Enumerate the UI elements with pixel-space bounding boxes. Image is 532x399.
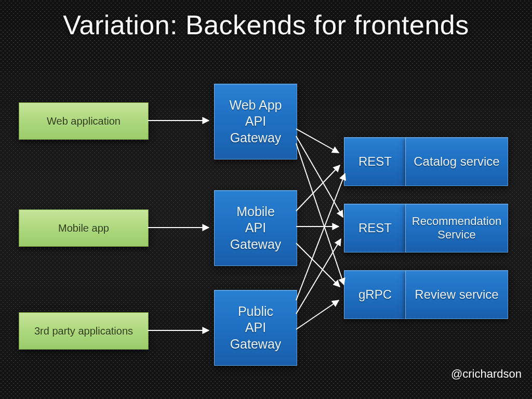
client-third-party-label: 3rd party applications bbox=[34, 325, 133, 337]
service-recommendation-protocol-label: REST bbox=[358, 221, 392, 235]
service-recommendation: Recommendation Service bbox=[405, 204, 508, 252]
client-mobile-label: Mobile app bbox=[58, 222, 109, 234]
slide-title: Variation: Backends for frontends bbox=[0, 9, 532, 41]
service-review: Review service bbox=[405, 270, 508, 319]
client-web: Web application bbox=[19, 102, 149, 140]
service-catalog: Catalog service bbox=[405, 137, 508, 186]
service-catalog-protocol: REST bbox=[344, 137, 406, 186]
gateway-public-label: Public API Gateway bbox=[230, 303, 282, 352]
svg-line-4 bbox=[296, 136, 343, 217]
client-web-label: Web application bbox=[47, 115, 121, 127]
gateway-mobile: Mobile API Gateway bbox=[214, 190, 297, 266]
service-review-protocol: gRPC bbox=[344, 270, 406, 319]
gateway-public: Public API Gateway bbox=[214, 290, 297, 366]
svg-line-10 bbox=[296, 239, 341, 314]
service-recommendation-protocol: REST bbox=[344, 204, 406, 252]
service-catalog-label: Catalog service bbox=[414, 154, 499, 169]
client-mobile: Mobile app bbox=[19, 209, 149, 247]
author-handle: @crichardson bbox=[451, 367, 522, 381]
gateway-mobile-label: Mobile API Gateway bbox=[230, 204, 282, 252]
svg-line-5 bbox=[296, 143, 344, 285]
svg-line-8 bbox=[296, 243, 340, 287]
svg-line-11 bbox=[296, 300, 339, 329]
svg-line-3 bbox=[296, 129, 339, 153]
gateway-web-label: Web App API Gateway bbox=[229, 97, 282, 146]
client-third-party: 3rd party applications bbox=[19, 312, 149, 350]
svg-line-9 bbox=[296, 174, 345, 300]
gateway-web: Web App API Gateway bbox=[214, 84, 297, 159]
service-review-protocol-label: gRPC bbox=[358, 287, 392, 302]
service-catalog-protocol-label: REST bbox=[358, 154, 392, 169]
svg-line-6 bbox=[296, 165, 340, 211]
service-recommendation-label: Recommendation Service bbox=[406, 215, 508, 242]
service-review-label: Review service bbox=[415, 287, 498, 302]
